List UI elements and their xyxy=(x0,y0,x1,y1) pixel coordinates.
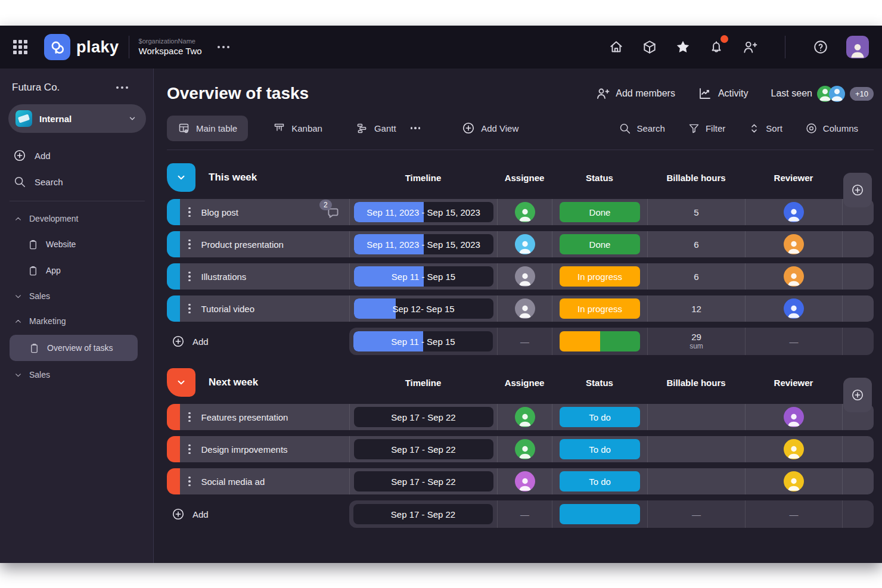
company-more-icon[interactable] xyxy=(116,86,128,89)
row-menu-icon[interactable] xyxy=(185,442,194,457)
task-name-cell[interactable]: Social media ad xyxy=(180,468,349,494)
reviewer-avatar[interactable] xyxy=(784,439,804,459)
table-row[interactable]: Design imrpovementsSep 17 - Sep 22To do xyxy=(167,436,874,462)
user-avatar[interactable] xyxy=(846,36,869,58)
column-header-timeline[interactable]: Timeline xyxy=(349,378,497,388)
search-button[interactable]: Search xyxy=(619,122,665,135)
reviewer-avatar[interactable] xyxy=(784,407,804,427)
tab-main-table[interactable]: Main table xyxy=(167,116,248,141)
sidebar-item-overview-of-tasks[interactable]: Overview of tasks xyxy=(10,335,138,361)
add-column-button[interactable] xyxy=(843,173,872,207)
sidebar-item-app[interactable]: App xyxy=(8,257,146,284)
status-distribution-bar[interactable] xyxy=(560,504,640,524)
column-header-timeline[interactable]: Timeline xyxy=(349,173,497,183)
status-pill[interactable]: Done xyxy=(560,234,640,254)
column-header-status[interactable]: Status xyxy=(552,173,647,183)
box-icon[interactable] xyxy=(642,39,657,55)
add-view-button[interactable]: Add View xyxy=(454,115,527,141)
column-header-billable-hours[interactable]: Billable hours xyxy=(647,378,745,388)
column-header-assignee[interactable]: Assignee xyxy=(497,173,552,183)
column-header-reviewer[interactable]: Reviewer xyxy=(745,378,842,388)
sidebar-item-website[interactable]: Website xyxy=(8,231,146,257)
assignee-avatar[interactable] xyxy=(515,298,535,319)
row-menu-icon[interactable] xyxy=(185,301,194,316)
timeline-pill[interactable]: Sep 17 - Sep 22 xyxy=(354,471,493,491)
status-pill[interactable]: To do xyxy=(560,471,640,491)
notifications-bell-icon[interactable] xyxy=(709,39,724,55)
assignee-avatar[interactable] xyxy=(515,471,535,491)
timeline-pill[interactable]: Sep 11, 2023 - Sep 15, 2023 xyxy=(354,234,493,254)
more-icon[interactable] xyxy=(218,46,229,48)
row-menu-icon[interactable] xyxy=(185,474,194,489)
last-seen-avatar[interactable] xyxy=(829,86,845,102)
row-menu-icon[interactable] xyxy=(185,205,194,220)
sidebar-section-development[interactable]: Development xyxy=(8,206,146,231)
assignee-avatar[interactable] xyxy=(515,266,535,287)
column-header-reviewer[interactable]: Reviewer xyxy=(745,173,842,183)
status-pill[interactable]: To do xyxy=(560,407,640,427)
row-menu-icon[interactable] xyxy=(185,410,194,425)
status-pill[interactable]: In progress xyxy=(560,298,640,319)
assignee-avatar[interactable] xyxy=(515,234,535,254)
sidebar-search[interactable]: Search xyxy=(8,169,146,195)
columns-button[interactable]: Columns xyxy=(805,122,858,135)
workspace-switcher[interactable]: $organizationName Workspace Two xyxy=(139,38,202,57)
comments-icon[interactable]: 2 xyxy=(325,204,341,220)
assignee-avatar[interactable] xyxy=(515,202,535,222)
sidebar-section-sales[interactable]: Sales xyxy=(8,284,146,309)
group-collapse-button[interactable] xyxy=(167,368,195,397)
timeline-pill[interactable]: Sep 12- Sep 15 xyxy=(354,298,493,319)
plaky-logo[interactable]: plaky xyxy=(44,34,119,60)
column-header-status[interactable]: Status xyxy=(552,378,647,388)
sidebar-section-marketing[interactable]: Marketing xyxy=(8,309,146,334)
assignee-avatar[interactable] xyxy=(515,439,535,459)
sidebar-section-sales-2[interactable]: Sales xyxy=(8,362,146,387)
task-name-cell[interactable]: Tutorial video xyxy=(180,295,349,322)
assignee-avatar[interactable] xyxy=(515,407,535,427)
table-row[interactable]: Product presentationSep 11, 2023 - Sep 1… xyxy=(167,231,874,257)
timeline-pill[interactable]: Sep 17 - Sep 22 xyxy=(353,504,493,524)
status-distribution-bar[interactable] xyxy=(560,331,640,351)
add-item-button[interactable]: Add xyxy=(167,328,349,355)
filter-button[interactable]: Filter xyxy=(688,122,725,135)
last-seen-group[interactable]: Last seen +10 xyxy=(771,86,874,102)
add-column-button[interactable] xyxy=(843,378,872,412)
timeline-pill[interactable]: Sep 11 - Sep 15 xyxy=(354,266,493,287)
activity-button[interactable]: Activity xyxy=(698,86,749,101)
timeline-pill[interactable]: Sep 17 - Sep 22 xyxy=(354,407,493,427)
tab-kanban[interactable]: Kanban xyxy=(265,116,331,141)
task-name-cell[interactable]: Features presentation xyxy=(180,404,349,430)
table-row[interactable]: Blog post2Sep 11, 2023 - Sep 15, 2023Don… xyxy=(167,199,874,225)
reviewer-avatar[interactable] xyxy=(784,471,804,491)
row-menu-icon[interactable] xyxy=(185,237,194,252)
help-icon[interactable] xyxy=(813,39,828,55)
task-name-cell[interactable]: Illustrations xyxy=(180,263,349,290)
row-menu-icon[interactable] xyxy=(185,269,194,284)
home-icon[interactable] xyxy=(608,39,624,55)
add-item-button[interactable]: Add xyxy=(167,500,349,528)
column-header-billable-hours[interactable]: Billable hours xyxy=(647,173,745,183)
timeline-pill[interactable]: Sep 11, 2023 - Sep 15, 2023 xyxy=(354,202,493,222)
timeline-pill[interactable]: Sep 17 - Sep 22 xyxy=(354,439,493,459)
status-pill[interactable]: To do xyxy=(560,439,640,459)
view-more-icon[interactable] xyxy=(411,127,421,129)
reviewer-avatar[interactable] xyxy=(784,298,804,319)
reviewer-avatar[interactable] xyxy=(784,266,804,287)
table-row[interactable]: Features presentationSep 17 - Sep 22To d… xyxy=(167,404,874,430)
reviewer-avatar[interactable] xyxy=(784,202,804,222)
tab-gantt[interactable]: Gantt xyxy=(347,116,405,141)
table-row[interactable]: Tutorial videoSep 12- Sep 15In progress1… xyxy=(167,295,874,322)
reviewer-avatar[interactable] xyxy=(784,234,804,254)
column-header-assignee[interactable]: Assignee xyxy=(497,378,552,388)
task-name-cell[interactable]: Design imrpovements xyxy=(180,436,349,462)
timeline-pill[interactable]: Sep 11 - Sep 15 xyxy=(353,331,493,351)
star-icon[interactable] xyxy=(675,39,691,55)
sidebar-workspace-selector[interactable]: Internal xyxy=(8,104,146,133)
add-members-button[interactable]: Add members xyxy=(595,86,675,101)
table-row[interactable]: Social media adSep 17 - Sep 22To do xyxy=(167,468,874,494)
group-collapse-button[interactable] xyxy=(167,163,195,192)
status-pill[interactable]: In progress xyxy=(560,266,640,287)
table-row[interactable]: IllustrationsSep 11 - Sep 15In progress6 xyxy=(167,263,874,290)
task-name-cell[interactable]: Product presentation xyxy=(180,231,349,257)
status-pill[interactable]: Done xyxy=(560,202,640,222)
